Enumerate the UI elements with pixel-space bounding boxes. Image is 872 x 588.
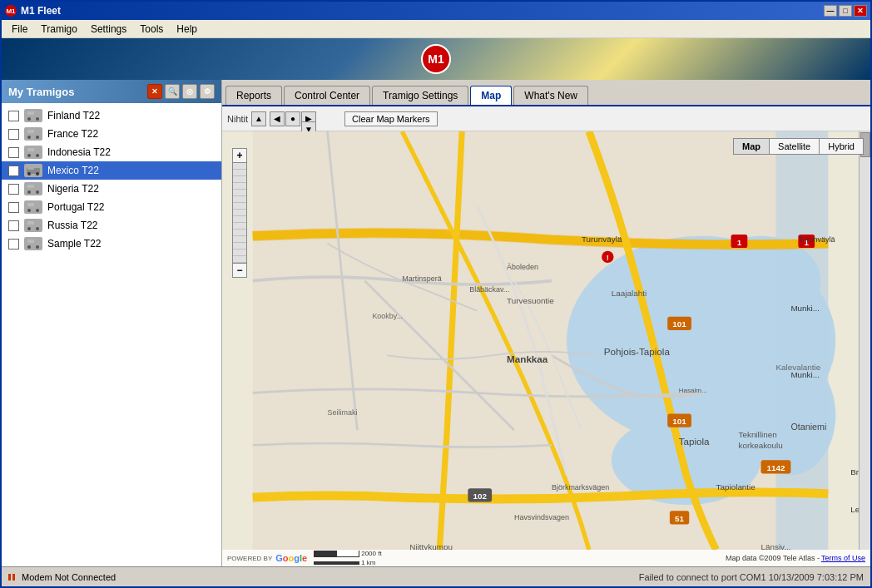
- maximize-button[interactable]: □: [839, 5, 852, 17]
- svg-point-26: [27, 227, 31, 230]
- sidebar-label-russia: Russia T22: [47, 220, 97, 231]
- tab-map[interactable]: Map: [470, 86, 512, 105]
- status-left: Modem Not Connected: [8, 572, 116, 582]
- tab-tramigo-settings[interactable]: Tramigo Settings: [372, 86, 468, 105]
- map-scrollbar[interactable]: [859, 131, 870, 550]
- scale-km-label: 1 km: [361, 559, 375, 566]
- svg-point-7: [36, 136, 39, 139]
- menu-settings[interactable]: Settings: [84, 22, 133, 37]
- clear-map-button[interactable]: Clear Map Markers: [344, 111, 438, 126]
- checkbox-mexico[interactable]: [8, 166, 19, 176]
- sidebar-item-mexico[interactable]: Mexico T22: [2, 161, 221, 180]
- minimize-button[interactable]: —: [824, 5, 837, 17]
- sidebar-items-list: Finland T22 France T22 Indonesia T22: [2, 103, 221, 566]
- map-markers-layer: [222, 131, 859, 550]
- vehicle-icon-indonesia: [24, 146, 42, 159]
- sidebar-item-sample[interactable]: Sample T22: [2, 235, 221, 253]
- status-bar: Modem Not Connected Failed to connect to…: [2, 566, 870, 586]
- vehicle-icon-france: [24, 127, 42, 141]
- zoom-in-button[interactable]: +: [232, 148, 247, 163]
- svg-rect-5: [27, 130, 34, 133]
- zoom-slider[interactable]: [232, 163, 247, 263]
- sidebar-label-sample: Sample T22: [47, 238, 101, 250]
- scale-ft-label: 2000 ft: [361, 550, 381, 557]
- checkbox-sample[interactable]: [8, 239, 19, 250]
- app-icon: M1: [5, 5, 17, 17]
- nav-center-button[interactable]: ●: [285, 111, 300, 126]
- vehicle-icon-finland: [24, 109, 42, 122]
- sidebar-settings-icon[interactable]: ⚙: [200, 84, 215, 99]
- sidebar-label-france: France T22: [47, 128, 98, 140]
- svg-rect-29: [27, 240, 34, 243]
- svg-point-3: [36, 117, 39, 121]
- sidebar-title: My Tramigos: [8, 86, 74, 98]
- svg-point-19: [36, 190, 39, 194]
- sidebar-item-indonesia[interactable]: Indonesia T22: [2, 143, 221, 161]
- tab-bar: Reports Control Center Tramigo Settings …: [222, 80, 870, 106]
- sidebar-header: My Tramigos ✕ 🔍 ◎ ⚙: [2, 80, 221, 103]
- sidebar: My Tramigos ✕ 🔍 ◎ ⚙ Finland T22: [2, 80, 222, 566]
- sidebar-label-portugal: Portugal T22: [47, 201, 105, 213]
- map-view-hybrid-button[interactable]: Hybrid: [820, 139, 863, 154]
- main-window: M1 M1 Fleet — □ ✕ File Tramigo Settings …: [0, 0, 872, 588]
- window-controls: — □ ✕: [824, 5, 867, 17]
- vehicle-icon-portugal: [24, 200, 42, 214]
- nav-up-button[interactable]: ▲: [251, 111, 266, 126]
- checkbox-russia[interactable]: [8, 220, 19, 231]
- vehicle-icon-russia: [24, 219, 42, 232]
- svg-point-11: [36, 154, 39, 157]
- svg-point-30: [27, 245, 31, 249]
- sidebar-item-france[interactable]: France T22: [2, 125, 221, 143]
- nihtit-label: Nihtit: [227, 114, 248, 124]
- svg-rect-13: [27, 166, 34, 170]
- sidebar-search-icon[interactable]: 🔍: [165, 84, 180, 99]
- menu-tramigo[interactable]: Tramigo: [34, 22, 84, 37]
- zoom-out-button[interactable]: −: [232, 263, 247, 278]
- map-footer: POWERED BY Google 2000 ft 1 km: [222, 550, 870, 566]
- checkbox-portugal[interactable]: [8, 202, 19, 213]
- svg-point-10: [27, 154, 31, 157]
- status-right: Failed to connect to port COM1 10/13/200…: [639, 572, 864, 582]
- vehicle-icon-mexico: [24, 164, 42, 177]
- sidebar-header-icons: ✕ 🔍 ◎ ⚙: [147, 84, 215, 99]
- tab-whats-new[interactable]: What's New: [513, 86, 588, 105]
- svg-point-6: [27, 136, 31, 139]
- title-bar: M1 M1 Fleet — □ ✕: [2, 2, 870, 20]
- map-canvas[interactable]: 1 101 101 1142 102: [222, 131, 859, 550]
- sidebar-view-icon[interactable]: ◎: [182, 84, 197, 99]
- map-view-satellite-button[interactable]: Satellite: [770, 139, 820, 154]
- sidebar-label-finland: Finland T22: [47, 110, 100, 121]
- sidebar-item-finland[interactable]: Finland T22: [2, 106, 221, 125]
- svg-point-15: [36, 172, 39, 175]
- map-view-map-button[interactable]: Map: [734, 139, 770, 154]
- sidebar-item-portugal[interactable]: Portugal T22: [2, 198, 221, 216]
- close-button[interactable]: ✕: [854, 5, 867, 17]
- checkbox-finland[interactable]: [8, 111, 19, 121]
- sidebar-item-russia[interactable]: Russia T22: [2, 216, 221, 235]
- connection-error-text: Failed to connect to port COM1 10/13/200…: [639, 572, 864, 582]
- nav-left-button[interactable]: ◀: [270, 111, 285, 126]
- terms-of-use-link[interactable]: Terms of Use: [821, 554, 865, 562]
- svg-point-23: [36, 209, 39, 212]
- checkbox-nigeria[interactable]: [8, 184, 19, 195]
- svg-point-22: [27, 209, 31, 212]
- tab-reports[interactable]: Reports: [225, 86, 282, 105]
- tab-control-center[interactable]: Control Center: [284, 86, 370, 105]
- map-toolbar: Nihtit ▲ ◀ ● ▶ ▼ Clear Map Markers: [222, 106, 870, 131]
- header-logo: M1: [421, 44, 451, 74]
- zoom-control: + −: [232, 148, 247, 278]
- sidebar-delete-icon[interactable]: ✕: [147, 84, 162, 99]
- checkbox-france[interactable]: [8, 129, 19, 140]
- svg-rect-17: [27, 185, 34, 188]
- sidebar-item-nigeria[interactable]: Nigeria T22: [2, 180, 221, 198]
- svg-point-27: [36, 227, 39, 230]
- modem-status-icon: [8, 574, 17, 581]
- sidebar-label-mexico: Mexico T22: [47, 165, 99, 176]
- sidebar-label-nigeria: Nigeria T22: [47, 183, 99, 195]
- menu-file[interactable]: File: [5, 22, 34, 37]
- powered-by-label: POWERED BY: [227, 555, 272, 562]
- map-data-text: Map data ©2009 Tele Atlas -: [726, 554, 820, 562]
- menu-tools[interactable]: Tools: [133, 22, 170, 37]
- checkbox-indonesia[interactable]: [8, 147, 19, 158]
- menu-help[interactable]: Help: [170, 22, 204, 37]
